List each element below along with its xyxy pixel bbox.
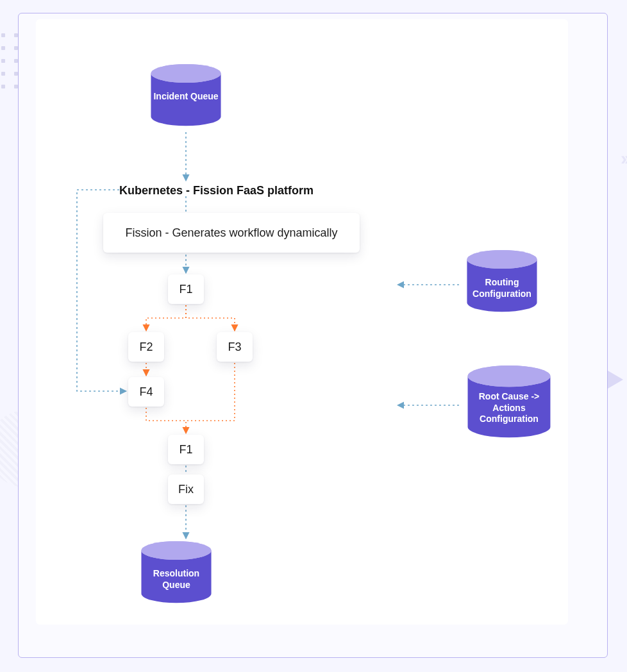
node-label: F2 — [139, 340, 153, 354]
section-title-k8s: Kubernetes - Fission FaaS platform — [119, 184, 314, 197]
node-f3: F3 — [217, 332, 253, 362]
svg-point-3 — [141, 541, 211, 560]
svg-point-1 — [151, 64, 221, 83]
decor-triangle — [608, 371, 623, 389]
cylinder-incident-queue: Incident Queue — [146, 64, 226, 128]
inner-panel — [36, 19, 568, 625]
node-f4: F4 — [128, 377, 164, 407]
decor-chevrons: ›› — [621, 147, 627, 169]
cylinder-label: Resolution Queue — [136, 568, 217, 591]
cylinder-resolution-queue: Resolution Queue — [136, 541, 217, 605]
node-label: Fix — [178, 483, 194, 496]
node-f1: F1 — [168, 274, 204, 304]
cylinder-label: Incident Queue — [146, 91, 226, 103]
cylinder-routing-config: Routing Configuration — [462, 250, 542, 314]
cylinder-label: Routing Configuration — [462, 277, 542, 299]
node-label: F3 — [228, 340, 241, 354]
svg-point-7 — [468, 365, 551, 387]
fission-card-label: Fission - Generates workflow dynamically — [125, 226, 337, 240]
fission-workflow-card: Fission - Generates workflow dynamically — [103, 213, 360, 253]
node-fix: Fix — [168, 475, 204, 504]
node-f1b: F1 — [168, 435, 204, 464]
node-label: F1 — [179, 443, 192, 457]
node-f2: F2 — [128, 332, 164, 362]
node-label: F4 — [139, 385, 153, 399]
node-label: F1 — [179, 283, 192, 296]
svg-point-5 — [467, 250, 537, 269]
cylinder-rootcause-config: Root Cause -> Actions Configuration — [462, 365, 556, 440]
cylinder-label: Root Cause -> Actions Configuration — [462, 391, 556, 425]
